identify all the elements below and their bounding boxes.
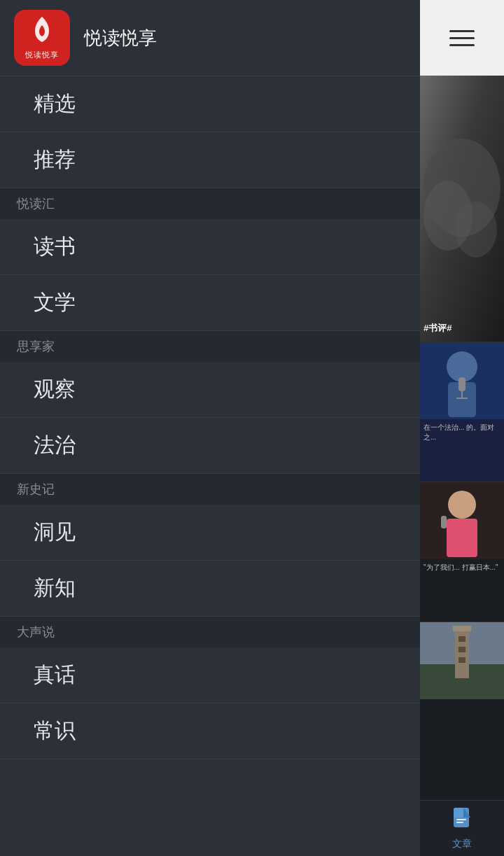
svg-rect-12 <box>447 519 477 557</box>
app-logo: 悦读悦享 <box>14 10 70 66</box>
section-header-dashengsuo: 大声说 <box>0 617 420 647</box>
menu-item-zhenhua[interactable]: 真话 <box>0 647 420 703</box>
tab-wenzhang-label: 文章 <box>452 838 472 850</box>
menu-item-wenxue[interactable]: 文学 <box>0 275 420 331</box>
monument-image <box>420 622 504 699</box>
app-title: 悦读悦享 <box>84 26 157 50</box>
menu-item-changshi[interactable]: 常识 <box>0 703 420 759</box>
svg-rect-23 <box>454 808 463 818</box>
tab-bar: 文章 <box>420 800 504 856</box>
svg-rect-24 <box>456 819 466 820</box>
section-header-xinshiji: 新史记 <box>0 474 420 505</box>
article-2-text: "为了我们... 打赢日本..." <box>420 559 504 576</box>
right-content-area: #书评# 在一个法治... 的。面对之... <box>420 76 504 800</box>
app-header: 悦读悦享 悦读悦享 <box>0 0 420 76</box>
article-card-3[interactable] <box>420 622 504 762</box>
right-panel: #书评# 在一个法治... 的。面对之... <box>420 0 504 856</box>
section-header-sixiangjia: 思享家 <box>0 331 420 362</box>
tab-wenzhang[interactable]: 文章 <box>451 806 473 850</box>
person-image-2 <box>420 482 504 559</box>
article-1-text: 在一个法治... 的。面对之... <box>420 419 504 446</box>
menu-item-dushu[interactable]: 读书 <box>0 219 420 275</box>
menu-item-fazhi[interactable]: 法治 <box>0 418 420 474</box>
svg-rect-18 <box>453 626 471 631</box>
svg-rect-25 <box>456 822 463 823</box>
svg-rect-21 <box>458 657 465 663</box>
hero-image: #书评# <box>420 76 504 342</box>
article-3-thumbnail <box>420 622 504 699</box>
wenzhang-icon <box>451 806 473 835</box>
svg-rect-20 <box>458 647 465 652</box>
logo-subtext: 悦读悦享 <box>25 50 59 60</box>
menu-item-guancha[interactable]: 观察 <box>0 362 420 418</box>
section-header-yueduhui: 悦读汇 <box>0 188 420 219</box>
menu-item-dongjian[interactable]: 洞见 <box>0 505 420 561</box>
menu-item-xinzhi[interactable]: 新知 <box>0 561 420 617</box>
svg-rect-19 <box>458 636 465 642</box>
menu-item-tuijian[interactable]: 推荐 <box>0 132 420 188</box>
svg-point-11 <box>448 491 476 519</box>
article-card-1[interactable]: 在一个法治... 的。面对之... <box>420 342 504 482</box>
person-image-1 <box>420 342 504 419</box>
svg-rect-13 <box>441 516 447 528</box>
menu-item-jingxuan[interactable]: 精选 <box>0 76 420 132</box>
article-2-thumbnail <box>420 482 504 559</box>
article-card-2[interactable]: "为了我们... 打赢日本..." <box>420 482 504 622</box>
article-1-thumbnail <box>420 342 504 419</box>
svg-point-3 <box>455 202 497 258</box>
sidebar: 悦读悦享 悦读悦享 精选 推荐 悦读汇 读书 文学 思享家 观察 法治 新史记 … <box>0 0 420 856</box>
book-review-tag: #书评# <box>424 322 451 335</box>
logo-icon <box>29 15 55 48</box>
svg-rect-7 <box>458 377 465 391</box>
hamburger-icon <box>449 30 475 46</box>
hamburger-button[interactable] <box>420 0 504 76</box>
